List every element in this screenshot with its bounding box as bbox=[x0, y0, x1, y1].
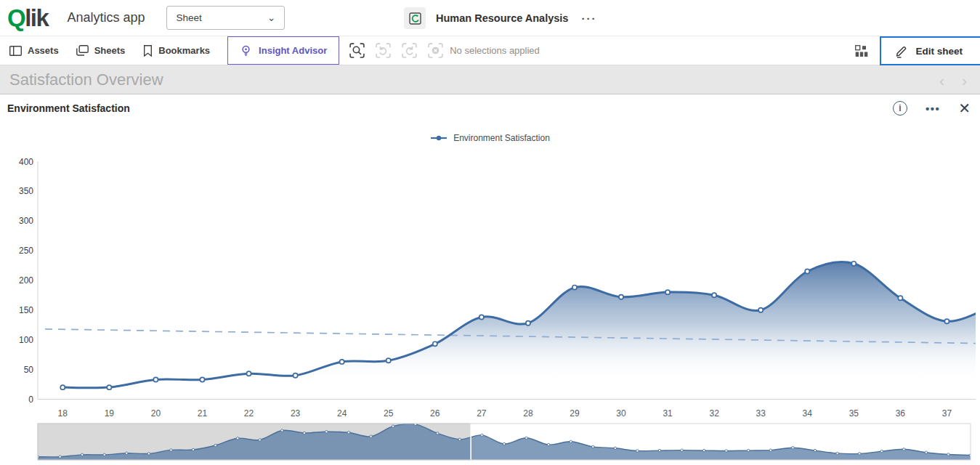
insight-advisor-button[interactable]: Insight Advisor bbox=[227, 36, 339, 65]
svg-text:35: 35 bbox=[849, 408, 859, 418]
svg-text:18: 18 bbox=[58, 408, 68, 418]
svg-text:23: 23 bbox=[291, 408, 301, 418]
environment-satisfaction-card: Environment Satisfaction i ••• ✕ Environ… bbox=[0, 94, 980, 465]
previous-sheet-icon[interactable]: ‹ bbox=[939, 73, 944, 88]
qlik-logo[interactable]: Qlik bbox=[7, 6, 48, 30]
svg-text:350: 350 bbox=[19, 186, 33, 196]
chart-legend: Environment Satisfaction bbox=[0, 133, 980, 143]
svg-text:37: 37 bbox=[942, 408, 952, 418]
svg-text:150: 150 bbox=[19, 305, 33, 315]
svg-text:0: 0 bbox=[28, 395, 33, 405]
range-navigator bbox=[36, 423, 971, 460]
legend-label: Environment Satisfaction bbox=[453, 133, 550, 143]
sheet-selector-dropdown[interactable]: Sheet ⌄ bbox=[166, 6, 285, 30]
smart-search-icon bbox=[349, 42, 365, 59]
svg-text:20: 20 bbox=[151, 408, 161, 418]
insight-advisor-icon bbox=[240, 44, 252, 57]
svg-text:200: 200 bbox=[19, 275, 33, 286]
app-type-label: Analytics app bbox=[67, 10, 145, 25]
svg-text:50: 50 bbox=[24, 365, 34, 375]
svg-text:22: 22 bbox=[244, 408, 254, 418]
svg-text:26: 26 bbox=[430, 408, 440, 418]
step-forward-button[interactable] bbox=[401, 42, 418, 59]
legend-series-marker-icon bbox=[430, 134, 448, 142]
svg-text:36: 36 bbox=[896, 408, 906, 418]
smart-search-button[interactable] bbox=[349, 42, 365, 59]
svg-text:32: 32 bbox=[709, 408, 719, 418]
svg-text:27: 27 bbox=[477, 408, 487, 418]
svg-text:33: 33 bbox=[756, 408, 766, 418]
toolbar-item-label: Bookmarks bbox=[158, 45, 210, 56]
svg-text:21: 21 bbox=[198, 408, 208, 418]
next-sheet-icon[interactable]: › bbox=[962, 73, 967, 88]
toolbar-item-label: Sheets bbox=[94, 45, 126, 56]
svg-text:19: 19 bbox=[105, 408, 115, 418]
info-icon[interactable]: i bbox=[893, 101, 907, 116]
selection-tools bbox=[349, 42, 444, 59]
sheet-title: Satisfaction Overview bbox=[9, 70, 163, 89]
bookmark-icon bbox=[143, 45, 153, 57]
grid-layout-icon bbox=[855, 45, 868, 57]
toolbar-item-label: Assets bbox=[28, 45, 59, 56]
qlik-app-window: Qlik Analytics app Sheet ⌄ Human Resourc… bbox=[0, 0, 980, 465]
chart-header: Environment Satisfaction i ••• ✕ bbox=[7, 101, 971, 116]
app-title-group: Human Resource Analysis ··· bbox=[404, 0, 596, 36]
toolbar-item-assets[interactable]: Assets bbox=[9, 45, 59, 56]
app-title-more-icon[interactable]: ··· bbox=[581, 12, 596, 25]
svg-text:250: 250 bbox=[19, 246, 33, 256]
assets-icon bbox=[9, 46, 22, 56]
redo-selection-icon bbox=[401, 42, 418, 59]
svg-text:300: 300 bbox=[19, 216, 33, 226]
app-thumbnail-icon[interactable] bbox=[404, 7, 426, 29]
sheet-selector-value: Sheet bbox=[176, 12, 201, 23]
chart-actions: i ••• ✕ bbox=[893, 101, 971, 116]
qlik-logo-lik: lik bbox=[25, 4, 48, 31]
svg-text:30: 30 bbox=[616, 408, 626, 418]
svg-text:34: 34 bbox=[803, 408, 813, 418]
sheet-toolbar: Assets Sheets Bookmarks Insight Advisor bbox=[0, 36, 980, 65]
sheet-titlebar: Satisfaction Overview ‹ › bbox=[0, 65, 980, 94]
chevron-down-icon: ⌄ bbox=[267, 15, 276, 20]
svg-text:31: 31 bbox=[663, 408, 673, 418]
qlik-logo-q: Q bbox=[7, 4, 25, 31]
svg-text:28: 28 bbox=[523, 408, 533, 418]
svg-text:29: 29 bbox=[570, 408, 580, 418]
edit-sheet-button[interactable]: Edit sheet bbox=[880, 36, 980, 65]
edit-sheet-label: Edit sheet bbox=[915, 46, 963, 57]
clear-selections-button[interactable] bbox=[427, 42, 444, 59]
undo-selection-icon bbox=[375, 42, 392, 59]
clear-selections-icon bbox=[427, 42, 444, 59]
sheet-grid-button[interactable] bbox=[855, 45, 868, 57]
more-options-icon[interactable]: ••• bbox=[926, 102, 940, 115]
app-header: Qlik Analytics app Sheet ⌄ Human Resourc… bbox=[0, 0, 980, 36]
svg-text:400: 400 bbox=[19, 157, 33, 167]
pencil-icon bbox=[894, 44, 908, 58]
app-chart-glyph-icon bbox=[409, 12, 421, 25]
step-back-button[interactable] bbox=[375, 42, 392, 59]
svg-text:24: 24 bbox=[337, 408, 347, 418]
environment-satisfaction-line-chart[interactable]: 0501001502002503003504001819202122232425… bbox=[0, 94, 980, 465]
chart-title: Environment Satisfaction bbox=[7, 102, 130, 114]
insight-advisor-label: Insight Advisor bbox=[259, 45, 327, 56]
selections-status: No selections applied bbox=[450, 45, 540, 56]
toolbar-item-sheets[interactable]: Sheets bbox=[76, 45, 126, 56]
toolbar-item-bookmarks[interactable]: Bookmarks bbox=[143, 45, 210, 57]
sheet-nav: ‹ › bbox=[939, 65, 967, 94]
svg-text:25: 25 bbox=[384, 408, 394, 418]
close-icon[interactable]: ✕ bbox=[958, 101, 971, 116]
app-title[interactable]: Human Resource Analysis bbox=[436, 12, 568, 24]
toolbar-right: Edit sheet bbox=[855, 36, 980, 65]
sheets-icon bbox=[76, 45, 89, 56]
svg-text:100: 100 bbox=[19, 335, 33, 345]
